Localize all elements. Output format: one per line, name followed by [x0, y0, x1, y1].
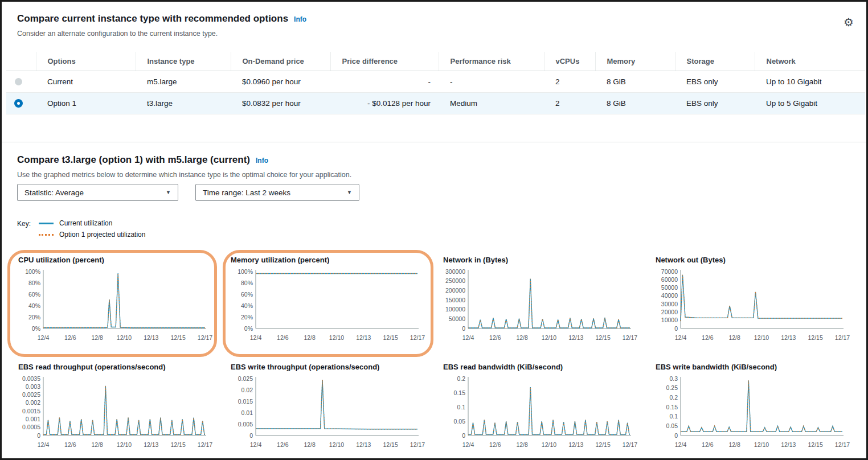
- chevron-down-icon: ▼: [347, 190, 352, 195]
- svg-text:20%: 20%: [28, 314, 40, 321]
- svg-text:12/4: 12/4: [38, 441, 50, 448]
- svg-text:12/6: 12/6: [277, 334, 289, 341]
- settings-gear-icon[interactable]: ⚙: [844, 17, 854, 28]
- svg-text:12/17: 12/17: [623, 334, 637, 341]
- panel2-info-link[interactable]: Info: [256, 157, 268, 165]
- svg-text:12/17: 12/17: [410, 334, 425, 341]
- radio-current[interactable]: [15, 78, 22, 85]
- chart-plot-ebs-read-throughput: 00.00050.0010.00150.0020.00250.0030.0035…: [17, 375, 208, 450]
- col-price-difference: Price difference: [330, 52, 439, 71]
- panel1-info-link[interactable]: Info: [294, 15, 306, 23]
- svg-text:12/4: 12/4: [462, 334, 474, 341]
- svg-text:12/17: 12/17: [835, 441, 850, 448]
- svg-text:0.1: 0.1: [457, 404, 465, 410]
- svg-text:12/15: 12/15: [596, 441, 611, 448]
- svg-text:12/8: 12/8: [516, 334, 528, 341]
- series-projected: [681, 380, 842, 432]
- svg-text:0.15: 0.15: [454, 389, 466, 396]
- svg-text:12/15: 12/15: [808, 334, 823, 341]
- cell-performance-risk: -: [439, 71, 544, 93]
- svg-text:12/17: 12/17: [623, 441, 637, 448]
- chart-title-network-out: Network out (Bytes): [656, 256, 846, 266]
- svg-text:0: 0: [37, 432, 40, 439]
- table-row-option-1[interactable]: Option 1 t3.large $0.0832 per hour - $0.…: [6, 93, 865, 114]
- svg-text:20000: 20000: [661, 309, 678, 315]
- svg-text:12/13: 12/13: [144, 334, 158, 341]
- svg-text:40%: 40%: [28, 302, 40, 309]
- series-projected: [43, 386, 205, 434]
- svg-text:12/6: 12/6: [489, 441, 501, 448]
- panel2-subtitle: Use the graphed metrics below to determi…: [17, 171, 351, 179]
- cell-vcpus: 2: [544, 93, 595, 114]
- svg-text:100%: 100%: [25, 268, 40, 275]
- chart-network-in: Network in (Bytes)0500001000001500002000…: [442, 256, 633, 343]
- key-label: Key:: [17, 219, 31, 239]
- svg-text:0.2: 0.2: [457, 375, 465, 382]
- svg-text:12/4: 12/4: [38, 334, 50, 341]
- chart-plot-ebs-write-throughput: 00.0050.010.0150.020.02512/412/612/812/1…: [230, 375, 421, 450]
- svg-text:0.0025: 0.0025: [22, 391, 40, 398]
- svg-text:12/10: 12/10: [542, 441, 556, 448]
- chart-cpu-utilization: CPU utilization (percent)0%20%40%60%80%1…: [17, 256, 208, 343]
- cell-memory: 8 GiB: [595, 93, 675, 114]
- legend-item-projected: Option 1 projected utilization: [39, 231, 145, 239]
- statistic-dropdown[interactable]: Statistic: Average ▼: [17, 184, 178, 201]
- svg-text:12/4: 12/4: [250, 441, 262, 448]
- time-range-dropdown[interactable]: Time range: Last 2 weeks ▼: [195, 184, 359, 201]
- panel2-title: Compare t3.large (option 1) with m5.larg…: [17, 154, 250, 166]
- chart-title-cpu-utilization: CPU utilization (percent): [18, 256, 208, 266]
- cell-network: Up to 5 Gigabit: [755, 93, 865, 114]
- svg-text:40%: 40%: [241, 302, 253, 309]
- svg-text:12/6: 12/6: [702, 334, 714, 341]
- series-current: [43, 386, 205, 434]
- series-projected: [43, 273, 205, 328]
- svg-text:12/10: 12/10: [117, 441, 132, 448]
- cell-storage: EBS only: [675, 93, 755, 114]
- app-window: Compare current instance type with recom…: [0, 0, 868, 460]
- svg-text:12/4: 12/4: [675, 441, 687, 448]
- svg-text:12/4: 12/4: [462, 441, 474, 448]
- table-row-current[interactable]: Current m5.large $0.0960 per hour - - 2 …: [6, 71, 865, 93]
- svg-text:80%: 80%: [241, 280, 253, 286]
- svg-text:0: 0: [674, 432, 678, 439]
- projected-line-swatch: [39, 234, 54, 236]
- cell-instance-type: m5.large: [136, 71, 231, 93]
- panel1-header: Compare current instance type with recom…: [17, 13, 306, 24]
- chart-network-out: Network out (Bytes)010000200003000040000…: [654, 256, 846, 343]
- svg-text:0: 0: [674, 325, 678, 332]
- svg-text:0.002: 0.002: [26, 399, 40, 406]
- svg-text:12/13: 12/13: [568, 441, 583, 448]
- cell-vcpus: 2: [544, 71, 595, 93]
- svg-text:12/17: 12/17: [835, 334, 850, 341]
- svg-text:12/13: 12/13: [144, 441, 158, 448]
- svg-text:0.25: 0.25: [666, 384, 678, 391]
- chart-ebs-write-throughput: EBS write throughput (operations/second)…: [230, 363, 421, 450]
- cell-on-demand-price: $0.0832 per hour: [231, 93, 330, 114]
- svg-text:12/10: 12/10: [329, 441, 344, 448]
- svg-text:0.02: 0.02: [241, 387, 253, 393]
- cell-price-difference: -: [330, 71, 439, 93]
- svg-text:40000: 40000: [661, 292, 678, 299]
- cell-network: Up to 10 Gigabit: [755, 71, 865, 93]
- svg-text:10000: 10000: [661, 317, 678, 323]
- col-options: Options: [36, 52, 136, 71]
- cell-performance-risk: Medium: [439, 93, 544, 114]
- radio-option-1[interactable]: [14, 99, 23, 108]
- svg-text:0: 0: [462, 325, 465, 332]
- table-header-row: Options Instance type On-Demand price Pr…: [6, 52, 865, 71]
- chart-plot-network-in: 05000010000015000020000025000030000012/4…: [442, 268, 633, 343]
- col-instance-type: Instance type: [136, 52, 231, 71]
- chart-memory-utilization: Memory utilization (percent)0%20%40%60%8…: [230, 256, 421, 343]
- svg-text:12/15: 12/15: [596, 334, 611, 341]
- cell-options: Option 1: [36, 93, 136, 114]
- svg-text:0.005: 0.005: [238, 421, 253, 428]
- svg-text:12/8: 12/8: [728, 441, 740, 448]
- svg-text:12/10: 12/10: [117, 334, 132, 341]
- svg-text:100%: 100%: [238, 268, 253, 275]
- svg-text:12/15: 12/15: [383, 334, 398, 341]
- svg-text:60000: 60000: [661, 276, 678, 283]
- series-projected: [468, 387, 630, 434]
- svg-text:30000: 30000: [661, 301, 678, 307]
- col-network: Network: [755, 52, 865, 71]
- svg-text:12/13: 12/13: [781, 334, 796, 341]
